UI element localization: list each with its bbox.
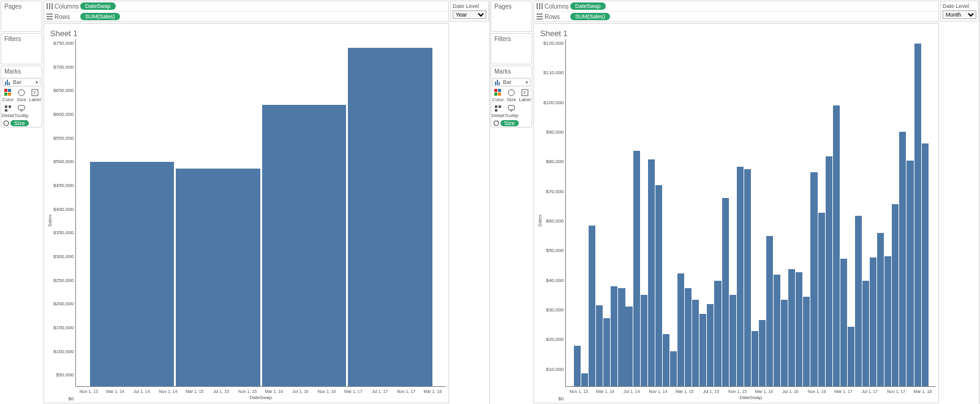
bar[interactable]: [714, 281, 721, 386]
bar[interactable]: [810, 172, 817, 386]
center-right: Columns DateSwap Rows SUM(Sales) Sheet 1…: [533, 0, 940, 404]
pages-shelf[interactable]: Pages: [1, 1, 42, 32]
bar[interactable]: [870, 257, 876, 386]
bar[interactable]: [641, 295, 647, 386]
bar[interactable]: [603, 318, 610, 386]
svg-rect-33: [495, 109, 497, 112]
rows-pill[interactable]: SUM(Sales): [80, 13, 120, 20]
bar[interactable]: [744, 169, 751, 386]
svg-rect-38: [541, 3, 543, 9]
bar[interactable]: [618, 288, 625, 386]
bar[interactable]: [176, 169, 260, 386]
size-pill-row[interactable]: Size: [491, 120, 532, 127]
y-tick: $0: [558, 396, 564, 402]
bar[interactable]: [855, 216, 862, 386]
x-tick: Nov 1, 17: [393, 389, 420, 394]
columns-pill[interactable]: DateSwap: [80, 2, 116, 10]
columns-shelf[interactable]: Columns DateSwap: [534, 1, 938, 12]
bar[interactable]: [796, 272, 802, 386]
bar[interactable]: [892, 204, 899, 386]
bar[interactable]: [633, 151, 640, 386]
plot-area-right[interactable]: [565, 39, 936, 387]
marks-size-button[interactable]: Size: [15, 88, 28, 104]
columns-shelf[interactable]: Columns DateSwap: [44, 1, 448, 12]
bar[interactable]: [625, 307, 632, 386]
bar[interactable]: [922, 143, 929, 386]
bars-left: [76, 39, 446, 386]
bar[interactable]: [833, 105, 840, 386]
bar[interactable]: [826, 156, 832, 386]
bar[interactable]: [848, 327, 854, 386]
bar[interactable]: [818, 213, 825, 386]
columns-pill[interactable]: DateSwap: [570, 2, 606, 10]
bar[interactable]: [759, 320, 766, 386]
marks-label-button[interactable]: TLabel: [518, 88, 532, 104]
bar[interactable]: [707, 304, 714, 386]
marks-color-button[interactable]: Color: [491, 88, 505, 104]
bar[interactable]: [589, 226, 595, 386]
svg-rect-40: [537, 16, 543, 17]
marks-detail-button[interactable]: Detail: [1, 104, 14, 120]
bar[interactable]: [840, 259, 847, 386]
svg-rect-25: [498, 89, 501, 92]
detail-icon: [494, 105, 502, 112]
bar[interactable]: [877, 233, 884, 386]
bar[interactable]: [581, 373, 588, 386]
svg-rect-27: [498, 93, 501, 96]
rows-shelf[interactable]: Rows SUM(Sales): [534, 12, 938, 21]
x-tick: Mar 1, 15: [671, 389, 698, 394]
bar[interactable]: [596, 305, 603, 386]
size-pill[interactable]: Size: [500, 120, 519, 126]
svg-rect-19: [47, 16, 53, 17]
bar[interactable]: [722, 198, 729, 386]
svg-rect-37: [539, 3, 540, 9]
marks-color-button[interactable]: Color: [1, 88, 15, 104]
bar[interactable]: [899, 132, 906, 386]
bar[interactable]: [907, 161, 913, 386]
bar[interactable]: [574, 346, 581, 386]
bar[interactable]: [90, 162, 175, 386]
bar[interactable]: [648, 159, 655, 386]
bar[interactable]: [862, 281, 869, 386]
bar[interactable]: [766, 236, 773, 386]
date-level-select[interactable]: Month: [943, 10, 976, 19]
mark-type-dropdown[interactable]: Bar ▾: [492, 78, 530, 86]
filters-shelf[interactable]: Filters: [1, 33, 42, 64]
bar[interactable]: [781, 300, 788, 387]
bar[interactable]: [737, 167, 744, 386]
bar[interactable]: [692, 300, 699, 387]
bar[interactable]: [663, 334, 669, 386]
marks-tooltip-button[interactable]: Tooltip: [14, 104, 28, 120]
marks-tooltip-button[interactable]: Tooltip: [504, 104, 518, 120]
filters-shelf[interactable]: Filters: [491, 33, 532, 64]
bar[interactable]: [752, 331, 758, 386]
size-pill-row[interactable]: Size: [1, 120, 42, 127]
bar[interactable]: [914, 44, 921, 386]
bar[interactable]: [611, 286, 617, 386]
size-pill[interactable]: Size: [10, 120, 29, 126]
rows-pill[interactable]: SUM(Sales): [570, 13, 610, 20]
rows-shelf[interactable]: Rows SUM(Sales): [44, 12, 448, 21]
bar[interactable]: [803, 297, 810, 386]
date-level-select[interactable]: Year: [453, 10, 486, 19]
marks-label-button[interactable]: T Label: [28, 88, 42, 104]
bar[interactable]: [884, 256, 891, 386]
bar[interactable]: [655, 185, 662, 386]
x-tick: Jul 1, 14: [619, 389, 645, 394]
sheet-title: Sheet 1: [537, 28, 936, 39]
marks-detail-button[interactable]: Detail: [491, 104, 504, 120]
bar-slot: [647, 39, 655, 386]
bar[interactable]: [262, 105, 347, 386]
pages-shelf[interactable]: Pages: [491, 1, 532, 32]
bar[interactable]: [788, 269, 795, 386]
mark-type-dropdown[interactable]: Bar ▾: [2, 78, 40, 86]
plot-area-left[interactable]: [75, 39, 446, 387]
bar[interactable]: [677, 273, 684, 386]
bar[interactable]: [670, 351, 677, 386]
bar[interactable]: [729, 295, 736, 386]
marks-size-button[interactable]: Size: [505, 88, 518, 104]
bar[interactable]: [348, 48, 432, 386]
bar[interactable]: [685, 288, 692, 386]
bar[interactable]: [699, 314, 706, 386]
bar[interactable]: [774, 275, 780, 386]
